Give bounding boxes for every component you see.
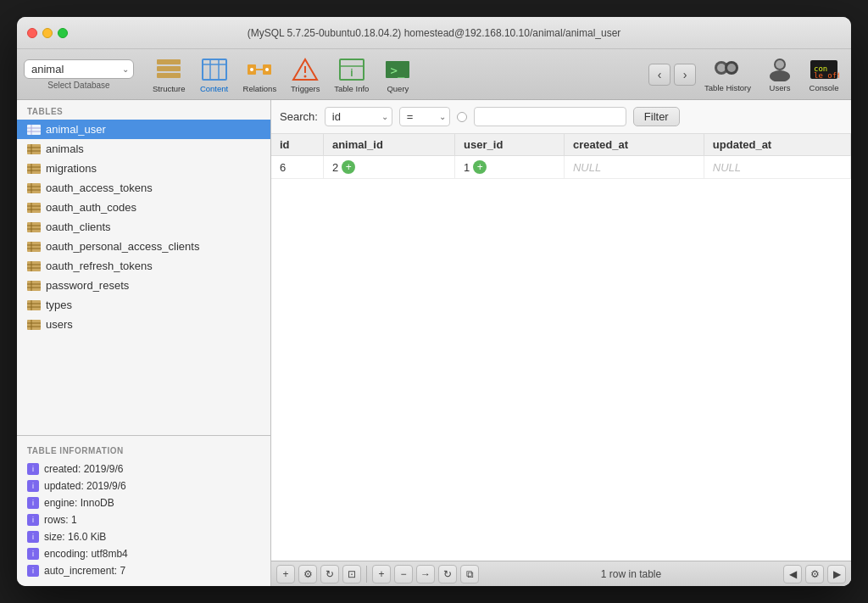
data-table: id animal_id user_id created_at updated_… (271, 134, 851, 561)
op-select-wrapper: = != < > LIKE ⌄ (399, 107, 450, 126)
svg-rect-58 (27, 261, 41, 271)
table-info-button[interactable]: i Table Info (329, 53, 374, 97)
export-button[interactable]: ⊡ (342, 565, 361, 583)
insert-button[interactable]: + (372, 565, 391, 583)
svg-rect-46 (27, 203, 41, 213)
copy-button[interactable]: ⧉ (460, 565, 479, 583)
created-at-null: NULL (573, 161, 601, 174)
operator-select[interactable]: = != < > LIKE (399, 107, 450, 126)
sidebar-table-name: animal_user (46, 123, 106, 136)
sidebar-item-oauth_refresh_tokens[interactable]: oauth_refresh_tokens (17, 256, 270, 276)
database-select-container[interactable]: animal ⌄ (24, 59, 134, 79)
results-table: id animal_id user_id created_at updated_… (271, 134, 851, 179)
next-page-button[interactable]: ▶ (827, 565, 846, 583)
animal-id-add-button[interactable]: + (342, 160, 355, 174)
svg-rect-30 (27, 125, 41, 135)
query-button[interactable]: >_ Query (377, 53, 418, 97)
col-animal-id: animal_id (323, 134, 454, 156)
delete-button[interactable]: − (394, 565, 413, 583)
search-radio[interactable] (457, 112, 467, 122)
forward-button[interactable]: › (674, 64, 696, 86)
col-created-at: created_at (564, 134, 704, 156)
relations-icon (246, 56, 273, 83)
structure-button[interactable]: Structure (147, 53, 191, 97)
toolbar-right: ‹ › Table History (648, 53, 844, 96)
search-field-select[interactable]: id animal_id user_id created_at updated_… (325, 107, 392, 126)
bottom-separator (366, 566, 367, 583)
table-info-section: TABLE INFORMATION icreated: 2019/9/6iupd… (17, 435, 270, 586)
info-item-label: encoding: utf8mb4 (44, 548, 128, 560)
svg-point-23 (727, 64, 736, 72)
bottom-bar: + ⚙ ↻ ⊡ + − → ↻ ⧉ 1 row in table ◀ ⚙ ▶ (271, 561, 851, 586)
table-info-icon: i (338, 56, 365, 83)
users-button[interactable]: Users (760, 53, 800, 96)
titlebar: (MySQL 5.7.25-0ubuntu0.18.04.2) homestea… (17, 17, 851, 49)
content-area: Search: id animal_id user_id created_at … (271, 100, 851, 586)
main-window: (MySQL 5.7.25-0ubuntu0.18.04.2) homestea… (17, 17, 851, 586)
sidebar-item-migrations[interactable]: migrations (17, 159, 270, 178)
cell-user-id: 1+ (455, 156, 565, 179)
users-label: Users (770, 83, 791, 92)
fullscreen-button[interactable] (58, 28, 68, 38)
search-input[interactable] (474, 107, 626, 126)
console-button[interactable]: con le off Console (804, 53, 844, 96)
content-button[interactable]: Content (194, 53, 235, 97)
back-button[interactable]: ‹ (648, 64, 670, 86)
console-label: Console (810, 83, 839, 92)
sidebar-table-name: oauth_auth_codes (46, 201, 136, 214)
refresh-button-left[interactable]: ↻ (320, 565, 339, 583)
table-header-row: id animal_id user_id created_at updated_… (271, 134, 851, 156)
main-area: TABLES animal_user animals migrations oa… (17, 100, 851, 586)
page-settings-button[interactable]: ⚙ (805, 565, 824, 583)
svg-rect-1 (157, 66, 181, 71)
prev-page-button[interactable]: ◀ (783, 565, 802, 583)
info-item: irows: 1 (17, 511, 270, 528)
row-status: 1 row in table (601, 568, 661, 580)
database-label: Select Database (47, 81, 109, 90)
window-title: (MySQL 5.7.25-0ubuntu0.18.04.2) homestea… (248, 27, 621, 39)
svg-rect-50 (27, 222, 41, 232)
relations-button[interactable]: Relations (238, 53, 282, 97)
bottom-right-controls: ◀ ⚙ ▶ (783, 565, 846, 583)
sidebar-item-oauth_personal_access_clients[interactable]: oauth_personal_access_clients (17, 237, 270, 256)
database-select[interactable]: animal (24, 59, 134, 79)
info-icon: i (27, 548, 39, 560)
table-history-button[interactable]: Table History (699, 53, 756, 96)
triggers-button[interactable]: Triggers (285, 53, 326, 97)
sidebar-item-animal_user[interactable]: animal_user (17, 120, 270, 139)
sidebar-item-types[interactable]: types (17, 295, 270, 315)
search-field-wrapper: id animal_id user_id created_at updated_… (325, 107, 392, 126)
sidebar-item-users[interactable]: users (17, 315, 270, 334)
info-item: icreated: 2019/9/6 (17, 461, 270, 477)
relations-label: Relations (243, 84, 277, 93)
table-icon (27, 124, 41, 136)
sidebar-item-oauth_clients[interactable]: oauth_clients (17, 217, 270, 237)
close-button[interactable] (27, 28, 37, 38)
triggers-icon (292, 56, 319, 83)
add-row-button[interactable]: + (276, 565, 295, 583)
content-label: Content (200, 84, 228, 93)
col-user-id: user_id (455, 134, 565, 156)
user-id-add-button[interactable]: + (473, 160, 487, 174)
cell-id: 6 (271, 156, 323, 179)
next-button[interactable]: → (416, 565, 435, 583)
sidebar-item-oauth_access_tokens[interactable]: oauth_access_tokens (17, 178, 270, 198)
table-icon (27, 319, 41, 331)
svg-point-10 (250, 68, 253, 71)
cell-animal-id: 2+ (323, 156, 454, 179)
sidebar-item-oauth_auth_codes[interactable]: oauth_auth_codes (17, 198, 270, 217)
console-icon: con le off (809, 56, 839, 83)
reload-button[interactable]: ↻ (438, 565, 457, 583)
animal-id-value: 2 (332, 161, 338, 174)
sidebar-item-animals[interactable]: animals (17, 139, 270, 159)
info-item-label: size: 16.0 KiB (44, 531, 106, 543)
minimize-button[interactable] (42, 28, 53, 38)
user-id-value: 1 (464, 161, 470, 174)
svg-rect-54 (27, 242, 41, 252)
svg-text:>_: >_ (391, 64, 405, 78)
settings-button[interactable]: ⚙ (298, 565, 317, 583)
sidebar-item-password_resets[interactable]: password_resets (17, 276, 270, 295)
content-icon (201, 56, 228, 83)
svg-point-14 (304, 75, 307, 77)
filter-button[interactable]: Filter (633, 107, 680, 126)
